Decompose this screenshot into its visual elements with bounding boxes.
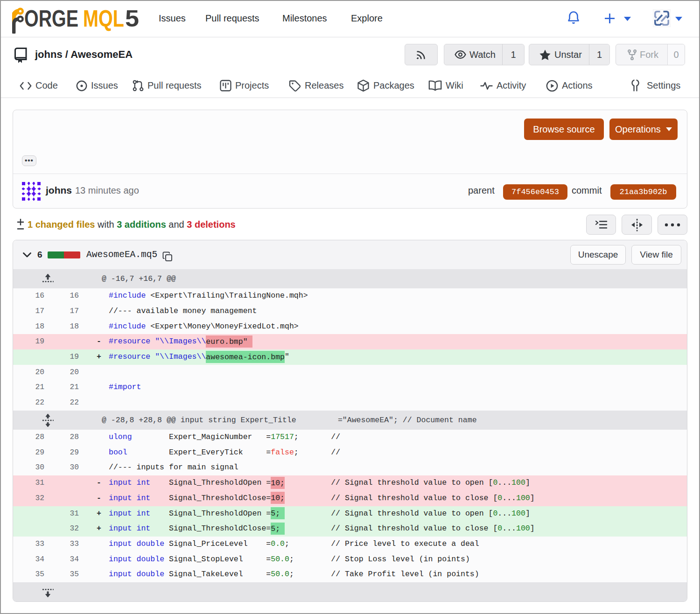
svg-text:ORGE: ORGE bbox=[24, 6, 78, 32]
svg-text:5: 5 bbox=[125, 6, 139, 32]
svg-text:MQL: MQL bbox=[83, 6, 124, 32]
